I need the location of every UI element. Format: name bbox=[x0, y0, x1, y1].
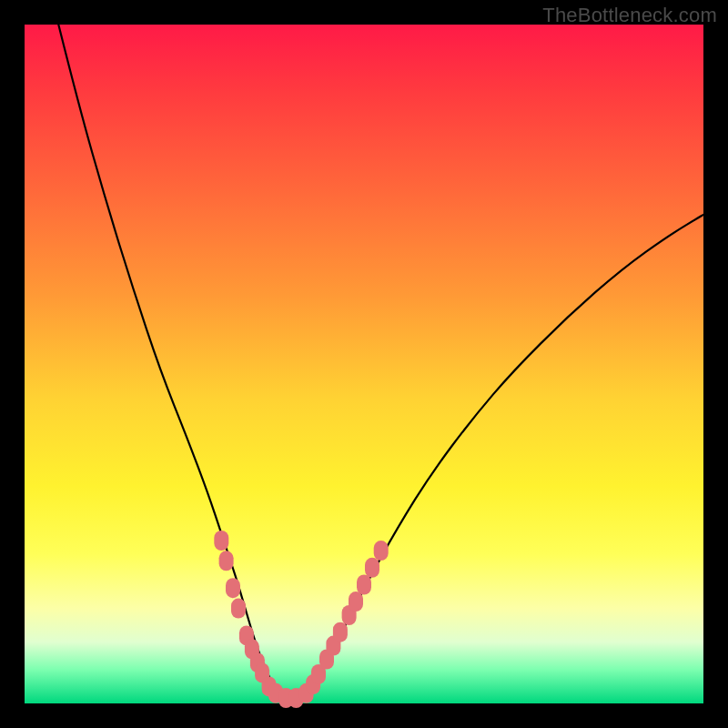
highlight-dots bbox=[214, 531, 388, 708]
marker-dot bbox=[226, 578, 240, 598]
bottleneck-curve bbox=[58, 25, 703, 700]
marker-dot bbox=[357, 575, 371, 595]
marker-dot bbox=[365, 558, 379, 578]
chart-frame: TheBottleneck.com bbox=[0, 0, 728, 728]
marker-dot bbox=[349, 592, 363, 612]
marker-dot bbox=[214, 531, 228, 551]
chart-overlay bbox=[25, 25, 703, 703]
marker-dot bbox=[374, 541, 389, 561]
marker-dot bbox=[219, 551, 234, 571]
marker-dot bbox=[231, 599, 246, 619]
marker-dot bbox=[333, 622, 348, 642]
